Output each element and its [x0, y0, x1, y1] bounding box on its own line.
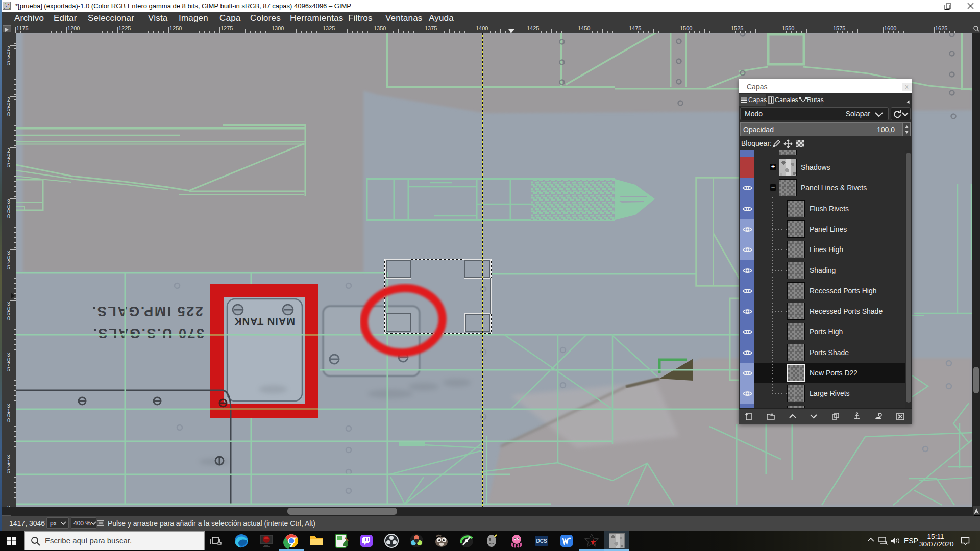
- svg-text:370 U.S.GALS.: 370 U.S.GALS.: [92, 325, 204, 341]
- svg-text:DCS: DCS: [536, 538, 547, 544]
- svg-text:225 IMP.GALS.: 225 IMP.GALS.: [91, 304, 203, 319]
- svg-text:MAIN TANK: MAIN TANK: [234, 316, 295, 327]
